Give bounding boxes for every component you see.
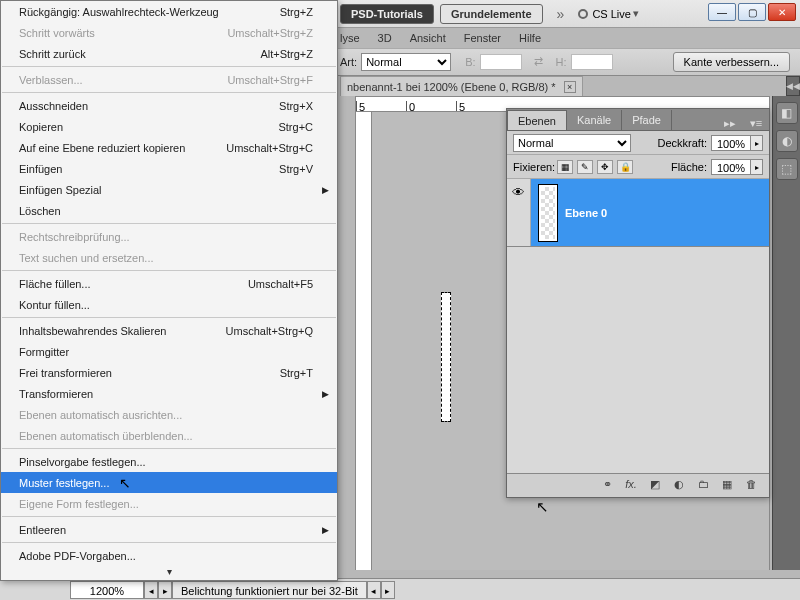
panel-tabs: Ebenen Kanäle Pfade ▸▸ ▾≡	[507, 109, 769, 131]
status-bar: 1200% ◂ ▸ Belichtung funktioniert nur be…	[0, 578, 800, 600]
tab-channels[interactable]: Kanäle	[567, 110, 622, 130]
submenu-arrow-icon: ▶	[322, 525, 329, 535]
height-label: H:	[556, 56, 567, 68]
minimize-button[interactable]: —	[708, 3, 736, 21]
cs-live-button[interactable]: CS Live▾	[578, 7, 647, 20]
layer-list: 👁 Ebene 0	[507, 179, 769, 473]
layer-thumbnail[interactable]	[539, 185, 557, 241]
layer-name[interactable]: Ebene 0	[565, 207, 607, 219]
panel-footer: ⚭ fx. ◩ ◐ 🗀 ▦ 🗑	[507, 473, 769, 497]
opacity-label: Deckkraft:	[657, 137, 707, 149]
cursor-icon: ↖	[119, 475, 131, 491]
mask-icon[interactable]: ◩	[646, 478, 664, 494]
submenu-arrow-icon: ▶	[322, 389, 329, 399]
workspace-tab-grund[interactable]: Grundelemente	[440, 4, 543, 24]
lock-label: Fixieren:	[513, 161, 555, 173]
menu-item[interactable]: KopierenStrg+C	[1, 116, 337, 137]
menu-item[interactable]: Formgitter	[1, 341, 337, 362]
layers-panel: Ebenen Kanäle Pfade ▸▸ ▾≡ Normal Deckkra…	[506, 108, 770, 498]
menu-item[interactable]: Einfügen Spezial▶	[1, 179, 337, 200]
delete-layer-icon[interactable]: 🗑	[742, 478, 760, 494]
tab-layers[interactable]: Ebenen	[507, 110, 567, 130]
submenu-arrow-icon: ▶	[322, 185, 329, 195]
menu-item[interactable]: Transformieren▶	[1, 383, 337, 404]
refine-edge-button[interactable]: Kante verbessern...	[673, 52, 790, 72]
menu-item[interactable]: Auf eine Ebene reduziert kopierenUmschal…	[1, 137, 337, 158]
blend-mode-select[interactable]: Normal	[513, 134, 631, 152]
menu-ansicht[interactable]: Ansicht	[410, 32, 446, 44]
menu-item: Verblassen...Umschalt+Strg+F	[1, 69, 337, 90]
menu-item[interactable]: Pinselvorgabe festlegen...	[1, 451, 337, 472]
document-title: nbenannt-1 bei 1200% (Ebene 0, RGB/8) *	[347, 81, 556, 93]
lock-brush-icon[interactable]: ✎	[577, 160, 593, 174]
fill-label: Fläche:	[671, 161, 707, 173]
status-next-icon[interactable]: ▸	[381, 581, 395, 599]
menu-item: Rechtschreibprüfung...	[1, 226, 337, 247]
workspace-more-icon[interactable]: »	[557, 6, 565, 22]
dock-collapse-icon[interactable]: ◀◀	[786, 76, 800, 96]
zoom-input[interactable]: 1200%	[70, 581, 144, 599]
link-layers-icon[interactable]: ⚭	[598, 478, 616, 494]
zoom-next-icon[interactable]: ▸	[158, 581, 172, 599]
menu-item: Ebenen automatisch ausrichten...	[1, 404, 337, 425]
lock-position-icon[interactable]: ✥	[597, 160, 613, 174]
menu-item[interactable]: Adobe PDF-Vorgaben...	[1, 545, 337, 566]
height-input[interactable]	[571, 54, 613, 70]
lock-all-icon[interactable]: 🔒	[617, 160, 633, 174]
menu-item[interactable]: AusschneidenStrg+X	[1, 95, 337, 116]
menu-item[interactable]: Muster festlegen...↖	[1, 472, 337, 493]
panel-menu-icon[interactable]: ▾≡	[743, 117, 769, 130]
ruler-vertical	[356, 112, 372, 570]
menu-item: Eigene Form festlegen...	[1, 493, 337, 514]
fill-arrow-icon[interactable]: ▸	[751, 159, 763, 175]
layers-icon[interactable]: ◧	[776, 102, 798, 124]
cursor-icon: ↖	[536, 498, 549, 516]
tab-paths[interactable]: Pfade	[622, 110, 672, 130]
chevron-down-icon: ▾	[633, 7, 647, 20]
close-button[interactable]: ✕	[768, 3, 796, 21]
menu-item[interactable]: Rückgängig: Auswahlrechteck-WerkzeugStrg…	[1, 1, 337, 22]
menu-analyse[interactable]: lyse	[340, 32, 360, 44]
maximize-button[interactable]: ▢	[738, 3, 766, 21]
menu-scroll-down-icon[interactable]: ▾	[1, 566, 337, 580]
menu-item[interactable]: EinfügenStrg+V	[1, 158, 337, 179]
menu-item: Text suchen und ersetzen...	[1, 247, 337, 268]
fx-icon[interactable]: fx.	[622, 478, 640, 494]
menu-item[interactable]: Inhaltsbewahrendes SkalierenUmschalt+Str…	[1, 320, 337, 341]
adjustments-icon[interactable]: ◐	[776, 130, 798, 152]
art-select[interactable]: Normal	[361, 53, 451, 71]
swap-icon[interactable]: ⇄	[534, 55, 548, 69]
document-tab[interactable]: nbenannt-1 bei 1200% (Ebene 0, RGB/8) * …	[340, 76, 583, 96]
menu-3d[interactable]: 3D	[378, 32, 392, 44]
zoom-prev-icon[interactable]: ◂	[144, 581, 158, 599]
menu-item[interactable]: Fläche füllen...Umschalt+F5	[1, 273, 337, 294]
menu-hilfe[interactable]: Hilfe	[519, 32, 541, 44]
group-icon[interactable]: 🗀	[694, 478, 712, 494]
fill-input[interactable]: 100%	[711, 159, 751, 175]
close-tab-icon[interactable]: ×	[564, 81, 576, 93]
menu-item[interactable]: Kontur füllen...	[1, 294, 337, 315]
panel-collapse-icon[interactable]: ▸▸	[717, 117, 743, 130]
workspace-tab-psd[interactable]: PSD-Tutorials	[340, 4, 434, 24]
menu-fenster[interactable]: Fenster	[464, 32, 501, 44]
opacity-arrow-icon[interactable]: ▸	[751, 135, 763, 151]
new-layer-icon[interactable]: ▦	[718, 478, 736, 494]
menu-item: Schritt vorwärtsUmschalt+Strg+Z	[1, 22, 337, 43]
menu-item[interactable]: Löschen	[1, 200, 337, 221]
width-input[interactable]	[480, 54, 522, 70]
menu-item[interactable]: Frei transformierenStrg+T	[1, 362, 337, 383]
status-message: Belichtung funktioniert nur bei 32-Bit	[172, 581, 367, 599]
menu-item[interactable]: Schritt zurückAlt+Strg+Z	[1, 43, 337, 64]
selection-marquee	[441, 292, 451, 422]
menu-item: Ebenen automatisch überblenden...	[1, 425, 337, 446]
cslive-icon	[578, 9, 588, 19]
status-prev-icon[interactable]: ◂	[367, 581, 381, 599]
visibility-toggle-icon[interactable]: 👁	[507, 179, 531, 246]
paths-icon[interactable]: ⬚	[776, 158, 798, 180]
width-label: B:	[465, 56, 475, 68]
lock-pixels-icon[interactable]: ▦	[557, 160, 573, 174]
adjustment-layer-icon[interactable]: ◐	[670, 478, 688, 494]
layer-row[interactable]: 👁 Ebene 0	[507, 179, 769, 247]
menu-item[interactable]: Entleeren▶	[1, 519, 337, 540]
opacity-input[interactable]: 100%	[711, 135, 751, 151]
